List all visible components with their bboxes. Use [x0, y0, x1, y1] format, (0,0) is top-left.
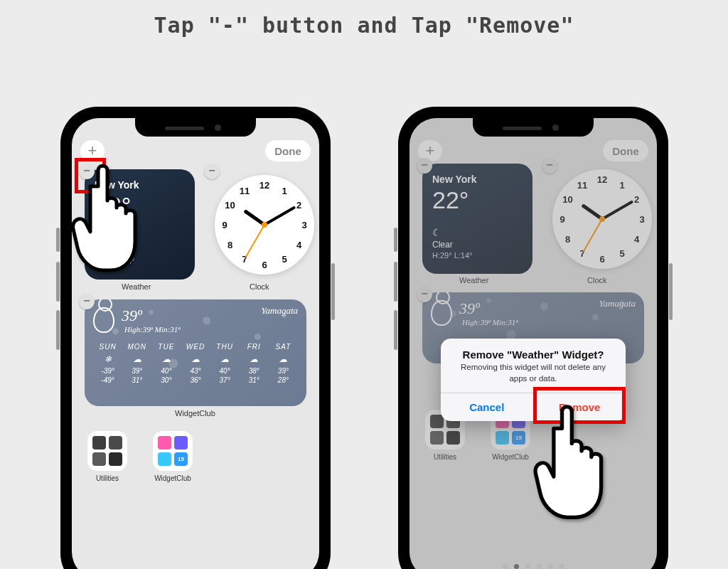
forecast-day: SUN❄︎ -39°-49°: [93, 342, 122, 385]
power-button[interactable]: [669, 263, 673, 320]
svg-text:2: 2: [296, 200, 301, 211]
page-dot[interactable]: [537, 564, 542, 569]
page-dot[interactable]: [514, 564, 519, 569]
svg-line-14: [246, 225, 264, 257]
mute-switch[interactable]: [394, 310, 397, 350]
forecast-widget[interactable]: Yamagata 39º High:39º Min:31º SUN❄︎ -39°…: [85, 299, 306, 406]
done-button[interactable]: Done: [265, 140, 311, 161]
analog-clock-icon: 121234567891011: [215, 175, 314, 275]
forecast-day: WED☁︎ 43°36°: [181, 342, 210, 385]
app-folder[interactable]: 15 WidgetClub: [150, 431, 196, 482]
notch: [135, 118, 256, 137]
hand-pointer-icon: [528, 398, 634, 529]
forecast-day: MON☁︎ 39°31°: [122, 342, 151, 385]
instruction-title: Tap "-" button and Tap "Remove": [0, 13, 728, 38]
svg-point-15: [262, 222, 267, 228]
page-dot[interactable]: [548, 564, 553, 569]
svg-text:12: 12: [259, 180, 269, 191]
clock-widget[interactable]: 121234567891011: [209, 169, 319, 280]
svg-text:5: 5: [282, 254, 287, 265]
cancel-button[interactable]: Cancel: [441, 393, 534, 421]
page-dot[interactable]: [503, 564, 508, 569]
app-folder[interactable]: Utilities: [85, 431, 130, 482]
forecast-temp: 39º: [122, 307, 181, 325]
folder-label: WidgetClub: [150, 474, 196, 482]
svg-text:4: 4: [296, 240, 301, 250]
svg-line-13: [264, 208, 294, 225]
volume-down-button[interactable]: [56, 262, 60, 302]
hand-pointer-icon: [66, 158, 166, 282]
remove-forecast-badge[interactable]: −: [79, 294, 95, 309]
forecast-label: WidgetClub: [175, 409, 215, 418]
forecast-day: THU☁︎ 40°37°: [210, 342, 240, 385]
forecast-day: TUE☁︎ 40°30°: [151, 342, 181, 385]
forecast-day: FRI☁︎ 38°31°: [240, 342, 269, 385]
volume-up-button[interactable]: [394, 228, 397, 252]
svg-text:8: 8: [227, 240, 232, 250]
volume-down-button[interactable]: [394, 262, 397, 302]
snowman-icon: [93, 307, 114, 333]
alert-title: Remove "Weather" Widget?: [441, 339, 626, 362]
page-indicator[interactable]: [410, 564, 657, 569]
svg-text:10: 10: [225, 200, 235, 211]
forecast-hilo: High:39º Min:31º: [124, 325, 181, 334]
forecast-day: SAT☁︎ 39°28°: [269, 342, 298, 385]
page-dot[interactable]: [525, 564, 530, 569]
notch: [473, 118, 594, 137]
clock-label: Clock: [250, 282, 269, 291]
page-dot[interactable]: [560, 564, 564, 569]
weather-label: Weather: [122, 282, 151, 291]
svg-text:9: 9: [222, 220, 227, 230]
svg-line-12: [245, 211, 264, 224]
volume-up-button[interactable]: [56, 228, 60, 252]
app-folders: Utilities 15 WidgetClub: [85, 431, 196, 482]
svg-text:11: 11: [239, 185, 249, 196]
power-button[interactable]: [331, 263, 335, 320]
mute-switch[interactable]: [56, 310, 60, 350]
svg-text:6: 6: [262, 260, 267, 270]
svg-text:1: 1: [282, 185, 287, 196]
forecast-days: SUN❄︎ -39°-49° MON☁︎ 39°31° TUE☁︎ 40°30°…: [93, 342, 298, 385]
remove-clock-badge[interactable]: −: [204, 164, 220, 179]
svg-text:3: 3: [301, 220, 306, 230]
folder-label: Utilities: [85, 474, 130, 482]
